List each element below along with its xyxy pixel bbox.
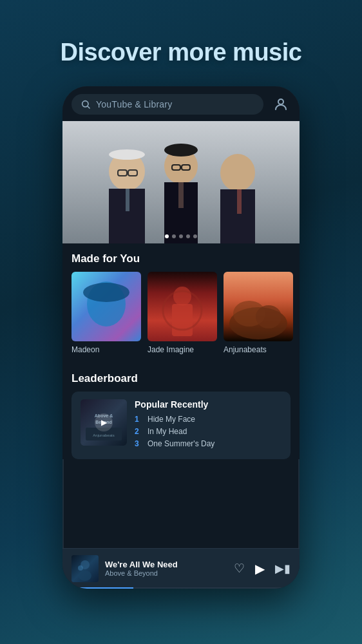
album-item-anjuna[interactable]: Anjunabeats [224, 272, 293, 354]
search-placeholder: YouTube & Library [96, 99, 172, 109]
made-for-you-section: Made for You [62, 243, 300, 363]
svg-point-32 [256, 305, 281, 328]
svg-rect-27 [172, 304, 193, 336]
svg-point-9 [109, 149, 145, 160]
dot-1[interactable] [165, 234, 169, 238]
svg-text:Anjunabeats: Anjunabeats [93, 433, 114, 437]
track-num-3: 3 [135, 439, 142, 448]
dot-3[interactable] [179, 234, 183, 238]
track-name-3: One Summer's Day [148, 439, 214, 448]
dot-5[interactable] [193, 234, 197, 238]
now-playing-title: We're All We Need [105, 560, 227, 569]
album-label-jade: Jade Imagine [148, 345, 217, 354]
progress-bar [62, 587, 300, 589]
dot-4[interactable] [186, 234, 190, 238]
svg-rect-19 [126, 189, 129, 211]
leaderboard-card[interactable]: Above & Beyond Anjunabeats ▶ Popular Rec… [71, 392, 291, 459]
now-playing-controls: ♡ ▶ ▶▮ [234, 561, 291, 576]
album-cover-anjuna [224, 272, 293, 341]
leaderboard-thumbnail: Above & Beyond Anjunabeats ▶ [81, 399, 127, 446]
heart-icon[interactable]: ♡ [234, 561, 245, 576]
carousel-dots [165, 234, 197, 238]
svg-point-15 [164, 144, 198, 156]
profile-button[interactable] [271, 95, 291, 114]
now-playing-info: We're All We Need Above & Beyond [105, 560, 227, 577]
hero-title: Discover more music [61, 39, 302, 67]
album-item-madeon[interactable]: Madeon [71, 272, 141, 354]
dot-2[interactable] [172, 234, 176, 238]
svg-point-23 [83, 283, 129, 302]
search-icon [81, 99, 91, 109]
progress-fill [62, 587, 133, 589]
svg-line-1 [88, 106, 90, 108]
svg-point-41 [78, 565, 83, 571]
svg-point-2 [278, 99, 283, 104]
album-label-anjuna: Anjunabeats [224, 345, 293, 354]
now-playing-bar: We're All We Need Above & Beyond ♡ ▶ ▶▮ [62, 548, 300, 589]
search-input-area[interactable]: YouTube & Library [71, 94, 263, 115]
track-name-2: In My Head [148, 427, 187, 436]
popular-recently-title: Popular Recently [135, 399, 281, 410]
track-item-3[interactable]: 3 One Summer's Day [135, 439, 281, 448]
made-for-you-title: Made for You [62, 243, 300, 272]
leaderboard-title: Leaderboard [62, 363, 300, 392]
track-num-2: 2 [135, 427, 142, 436]
play-icon[interactable]: ▶ [255, 561, 265, 576]
track-name-1: Hide My Face [148, 415, 195, 424]
phone-shell: YouTube & Library [62, 86, 300, 589]
track-num-1: 1 [135, 415, 142, 424]
track-item-1[interactable]: 1 Hide My Face [135, 415, 281, 424]
now-playing-artist: Above & Beyond [105, 569, 227, 577]
svg-point-26 [173, 287, 191, 306]
album-label-madeon: Madeon [71, 345, 141, 354]
album-item-jade[interactable]: Jade Imagine [148, 272, 217, 354]
leaderboard-section: Leaderboard Above & Beyond Anjunab [62, 363, 300, 459]
svg-rect-20 [237, 189, 242, 214]
now-playing-thumbnail [71, 555, 99, 582]
play-button-overlay[interactable]: ▶ [95, 413, 113, 431]
album-row: Madeon [62, 272, 300, 363]
search-bar: YouTube & Library [62, 86, 300, 121]
leaderboard-info: Popular Recently 1 Hide My Face 2 In My … [135, 399, 281, 451]
track-item-2[interactable]: 2 In My Head [135, 427, 281, 436]
skip-next-icon[interactable]: ▶▮ [275, 562, 291, 576]
svg-point-40 [79, 571, 91, 581]
svg-point-16 [220, 154, 255, 191]
svg-rect-18 [178, 182, 184, 208]
album-cover-madeon [71, 272, 141, 341]
banner [62, 121, 300, 243]
album-cover-jade [148, 272, 217, 341]
